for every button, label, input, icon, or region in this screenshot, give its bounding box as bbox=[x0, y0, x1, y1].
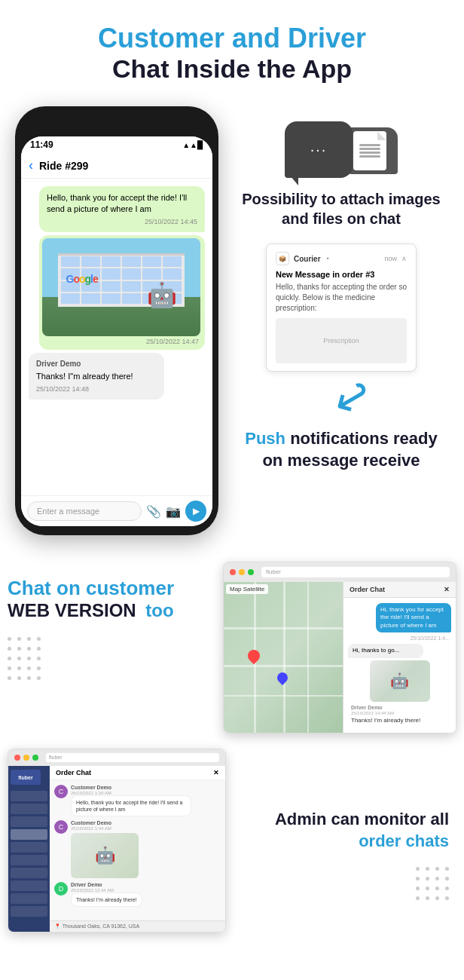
browser-map: Map Satellite bbox=[224, 582, 343, 733]
admin-menu-item-6[interactable] bbox=[11, 855, 47, 865]
header: Customer and Driver Chat Inside the App bbox=[0, 0, 464, 99]
admin-right-text: Admin can monitor all order chats bbox=[226, 749, 456, 900]
browser-chat-messages: Hi, thank you for accept the ride! I'll … bbox=[343, 598, 456, 728]
web-text-too: too bbox=[145, 600, 173, 620]
phone-time: 11:49 bbox=[30, 139, 53, 150]
attachment-icon[interactable]: 📎 bbox=[146, 504, 161, 519]
browser-sender-label: Driver Demo bbox=[348, 704, 451, 711]
admin-msg-2-time: 25/10/2022 1:44 AM bbox=[71, 826, 139, 831]
road-v3 bbox=[307, 582, 309, 733]
section2-wrapper: Chat on customer WEB VERSION too bbox=[0, 550, 464, 741]
admin-msg-1: C Customer Demo 26/10/2022 1:34 AM Hello… bbox=[54, 785, 221, 816]
section1: 11:49 ▲▲▉ ‹ Ride #299 Hello, thank you f… bbox=[0, 99, 464, 550]
dot bbox=[37, 666, 41, 670]
browser-dot-yellow bbox=[239, 569, 245, 575]
timestamp-3: 25/10/2022 14:48 bbox=[36, 384, 157, 394]
notif-header: 📦 Courier • now ∧ bbox=[276, 252, 407, 265]
dot bbox=[435, 887, 439, 890]
phone-screen: 11:49 ▲▲▉ ‹ Ride #299 Hello, thank you f… bbox=[21, 136, 212, 526]
admin-sidebar: fluber bbox=[8, 766, 50, 932]
admin-chat-area: C Customer Demo 26/10/2022 1:34 AM Hello… bbox=[50, 780, 225, 920]
admin-dot-green bbox=[32, 755, 38, 761]
admin-menu-item-2[interactable] bbox=[11, 804, 47, 814]
chat-image: Google 🤖 bbox=[42, 238, 200, 336]
notif-expand-icon[interactable]: ∧ bbox=[401, 255, 407, 262]
image-timestamp: 25/10/2022 14:47 bbox=[42, 336, 202, 347]
admin-avatar-3: D bbox=[54, 882, 68, 896]
feature-text1: Possibility to attach images Possibility… bbox=[234, 189, 449, 228]
dots-row-4 bbox=[8, 666, 181, 670]
browser-dot-red bbox=[230, 569, 236, 575]
camera-icon[interactable]: 📷 bbox=[166, 504, 181, 519]
dot bbox=[445, 887, 449, 890]
admin-browser-bar: fluber bbox=[8, 749, 225, 766]
dots-row-5 bbox=[8, 676, 181, 680]
dot bbox=[426, 887, 429, 890]
dots-grid-right bbox=[241, 867, 449, 900]
feature1-text: Possibility to attach images Possibility… bbox=[242, 191, 440, 227]
admin-main: Order Chat ✕ C Customer Demo 26/10/2022 … bbox=[50, 766, 225, 932]
dots-row-r1 bbox=[416, 867, 449, 871]
phone-status-icons: ▲▲▉ bbox=[182, 141, 203, 149]
dot bbox=[37, 637, 41, 641]
section2: Chat on customer WEB VERSION too bbox=[8, 562, 456, 733]
map-label: Map Satellite bbox=[226, 584, 268, 594]
send-button[interactable]: ▶ bbox=[185, 501, 206, 522]
sender-name: Driver Demo bbox=[36, 359, 157, 369]
blue-arrow-icon: ↩ bbox=[325, 369, 380, 427]
browser-timestamp-1: 25/10/2022 1:4... bbox=[348, 635, 451, 642]
web-section-left: Chat on customer WEB VERSION too bbox=[8, 562, 181, 680]
dot bbox=[426, 867, 429, 871]
dots-row-r2 bbox=[416, 877, 449, 880]
admin-msg-3-content: Driver Demo 25/10/2022 12:44 AM Thanks! … bbox=[71, 882, 142, 907]
admin-menu-item-3[interactable] bbox=[11, 816, 47, 827]
admin-msg-2: C Customer Demo 25/10/2022 1:44 AM 🤖 bbox=[54, 820, 221, 878]
dot bbox=[8, 666, 11, 670]
notif-attachment: Prescription bbox=[276, 318, 407, 363]
timestamp-1: 25/10/2022 14:45 bbox=[47, 217, 197, 227]
android-mascot: 🤖 bbox=[147, 280, 177, 309]
dot bbox=[27, 676, 31, 680]
browser-msg-right: Hi, thank you for accept the ride! I'll … bbox=[376, 603, 451, 632]
dot bbox=[426, 877, 429, 880]
admin-msg-2-content: Customer Demo 25/10/2022 1:44 AM 🤖 bbox=[71, 820, 139, 878]
admin-address-bar: 📍 Thousand Oaks, CA 91362, USA bbox=[50, 920, 225, 932]
admin-menu-item-8[interactable] bbox=[11, 880, 47, 891]
dot bbox=[435, 867, 439, 871]
dot bbox=[445, 877, 449, 880]
notif-title: New Message in order #3 bbox=[276, 270, 407, 279]
phone-input-field[interactable]: Enter a message bbox=[27, 501, 142, 521]
admin-main-text: Admin can monitor all order chats bbox=[241, 809, 449, 852]
section2-right: fluber Map Satellite bbox=[181, 562, 456, 733]
back-icon[interactable]: ‹ bbox=[29, 158, 33, 173]
dot bbox=[37, 676, 41, 680]
admin-menu-item-1[interactable] bbox=[11, 791, 47, 801]
dots-icon: ··· bbox=[310, 141, 328, 158]
admin-msg-3-bubble: Thanks! I'm already there! bbox=[71, 893, 142, 907]
admin-menu-item-4[interactable] bbox=[11, 829, 47, 840]
dot bbox=[27, 637, 31, 641]
google-sign: Google bbox=[66, 273, 98, 285]
admin-menu-item-9[interactable] bbox=[11, 893, 47, 904]
admin-menu-item-5[interactable] bbox=[11, 842, 47, 853]
admin-dot-yellow bbox=[23, 755, 29, 761]
dot bbox=[17, 666, 21, 670]
dot bbox=[17, 657, 21, 660]
dots-row-r4 bbox=[416, 896, 449, 900]
admin-msg-1-bubble: Hello, thank you for accept the ride! I'… bbox=[71, 795, 191, 816]
admin-menu-item-7[interactable] bbox=[11, 868, 47, 878]
admin-browser: fluber fluber Order Chat ✕ bbox=[8, 749, 226, 933]
dot bbox=[426, 896, 429, 900]
document-icon bbox=[353, 131, 386, 170]
dot bbox=[8, 637, 11, 641]
admin-image-msg: 🤖 bbox=[71, 833, 139, 878]
dot bbox=[416, 896, 420, 900]
dots-row-r3 bbox=[416, 887, 449, 890]
admin-msg-1-sender: Customer Demo bbox=[71, 785, 191, 790]
browser-content: Map Satellite bbox=[224, 582, 456, 733]
doc-lines bbox=[359, 142, 380, 159]
browser-mockup: fluber Map Satellite bbox=[223, 562, 456, 733]
phone-nav-title: Ride #299 bbox=[39, 160, 88, 172]
admin-menu-item-10[interactable] bbox=[11, 906, 47, 917]
dot bbox=[17, 647, 21, 651]
